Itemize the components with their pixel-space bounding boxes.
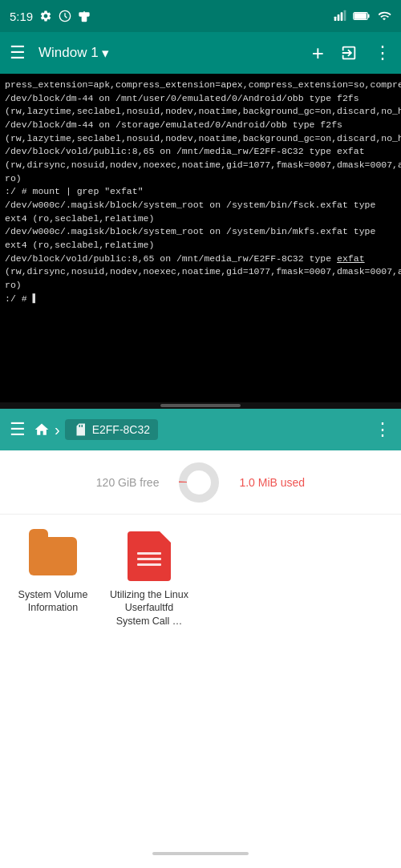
storage-info: 120 GiB free 1.0 MiB used [0, 450, 401, 515]
window-title: Window 1 ▾ [38, 45, 299, 62]
list-item[interactable]: Utilizing the Linux Userfaultfd System C… [109, 531, 189, 628]
svg-rect-7 [354, 13, 366, 18]
breadcrumb-chevron: › [55, 421, 60, 439]
sdcard-icon [73, 422, 87, 437]
toolbar-actions: + ⋮ [312, 41, 391, 66]
signal-icon [334, 10, 346, 22]
terminal-line: /dev/w000c/.magisk/block/system_root on … [5, 225, 396, 252]
terminal-line: :/ # mount | grep "exfat" [5, 185, 396, 199]
svg-rect-6 [367, 14, 369, 18]
status-time: 5:19 [10, 10, 33, 23]
svg-rect-4 [344, 10, 346, 21]
terminal-line: /dev/block/vold/public:8,65 on /mnt/medi… [5, 145, 396, 185]
fm-more-button[interactable]: ⋮ [374, 419, 391, 440]
breadcrumb: › E2FF-8C32 [34, 419, 366, 440]
top-toolbar: ☰ Window 1 ▾ + ⋮ [0, 32, 401, 74]
home-icon[interactable] [34, 422, 50, 438]
terminal-line: /dev/block/vold/public:8,65 on /mnt/medi… [5, 252, 396, 293]
exit-button[interactable] [340, 44, 358, 62]
folder-icon [27, 531, 79, 582]
more-options-button[interactable]: ⋮ [374, 42, 391, 63]
file-label: System Volume Information [13, 588, 93, 615]
nav-pill [152, 852, 249, 855]
window-title-text: Window 1 [38, 45, 99, 61]
caret-icon[interactable]: ▾ [102, 45, 109, 62]
storage-donut-chart [178, 462, 220, 503]
battery-icon [353, 10, 371, 22]
svg-rect-2 [338, 14, 340, 21]
status-left: 5:19 [10, 10, 91, 23]
fm-toolbar: ☰ › E2FF-8C32 ⋮ [0, 409, 401, 450]
status-right [334, 10, 391, 22]
storage-free-text: 120 GiB free [96, 476, 160, 489]
volume-label-text: E2FF-8C32 [92, 423, 150, 436]
scroll-bar[interactable] [160, 404, 241, 407]
add-window-button[interactable]: + [312, 41, 324, 66]
wifi-icon [377, 10, 391, 22]
file-grid: System Volume Information Utilizing the … [0, 515, 401, 644]
usb-icon [78, 10, 91, 22]
volume-breadcrumb[interactable]: E2FF-8C32 [65, 419, 158, 440]
empty-area [0, 644, 401, 868]
settings-icon [39, 10, 52, 22]
list-item[interactable]: System Volume Information [13, 531, 93, 628]
hamburger-menu-button[interactable]: ☰ [10, 42, 26, 63]
status-bar: 5:19 [0, 0, 401, 32]
svg-rect-3 [341, 12, 343, 21]
document-icon [124, 531, 175, 582]
svg-rect-1 [334, 17, 337, 21]
nav-bar [0, 839, 401, 868]
storage-used-text: 1.0 MiB used [239, 476, 305, 489]
clock-icon [59, 10, 71, 22]
terminal-line: press_extension=apk,compress_extension=a… [5, 79, 396, 92]
file-label: Utilizing the Linux Userfaultfd System C… [109, 588, 189, 628]
fm-hamburger-button[interactable]: ☰ [10, 419, 26, 440]
terminal-line: /dev/block/dm-44 on /mnt/user/0/emulated… [5, 92, 396, 119]
terminal-line: /dev/block/dm-44 on /storage/emulated/0/… [5, 119, 396, 145]
terminal-prompt: :/ # ▌ [5, 293, 396, 306]
terminal-output: press_extension=apk,compress_extension=a… [0, 74, 401, 402]
terminal-line: /dev/w000c/.magisk/block/system_root on … [5, 199, 396, 225]
svg-point-8 [183, 466, 215, 499]
scroll-indicator [0, 402, 401, 409]
